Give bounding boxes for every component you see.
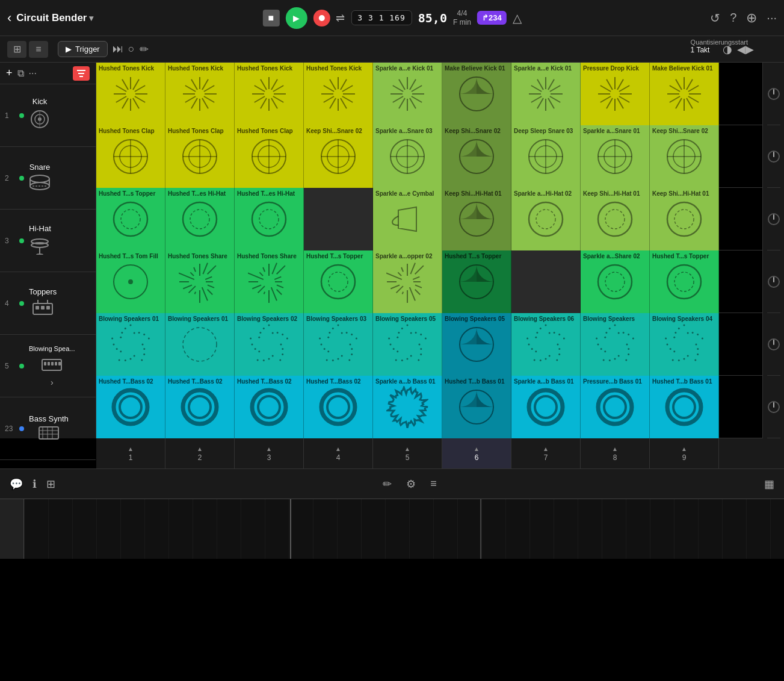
cell-r2-c4[interactable]: Sparkle a...e Cymbal: [373, 188, 442, 250]
cell-r2-c6[interactable]: Sparkle a...Hi-Hat 02: [511, 188, 581, 250]
cell-r2-c3[interactable]: [304, 188, 373, 250]
cell-r5-c7[interactable]: Pressure...b Bass 01: [581, 376, 650, 438]
stop-button[interactable]: ■: [262, 10, 279, 26]
cell-r0-c3[interactable]: Hushed Tones Kick: [304, 63, 373, 125]
track-item-snare[interactable]: 2 Snare: [0, 147, 96, 210]
track-item-blowing[interactable]: 5 Blowing Spea... ›: [0, 335, 96, 397]
section-badge[interactable]: ↱234: [477, 11, 507, 25]
right-ctrl-row-5[interactable]: [767, 376, 780, 438]
right-ctrl-row-3[interactable]: [767, 250, 780, 313]
play-button[interactable]: ▶: [285, 7, 307, 29]
mixer-icon[interactable]: ≡: [430, 477, 437, 490]
track-expand-icon[interactable]: ›: [51, 378, 54, 387]
cell-r3-c6[interactable]: [511, 250, 581, 313]
cell-r3-c0[interactable]: Hushed T...s Tom Fill: [96, 250, 165, 313]
cell-r4-c6[interactable]: Blowing Speakers 06: [511, 313, 581, 376]
filter-active-button[interactable]: [73, 66, 90, 81]
cell-r3-c3[interactable]: Hushed T...s Topper: [304, 250, 373, 313]
cell-r1-c5[interactable]: Keep Shi...Snare 02: [442, 125, 511, 188]
track-item-hihat[interactable]: 3 Hi-Hat: [0, 210, 96, 272]
cell-r1-c1[interactable]: Hushed Tones Clap: [165, 125, 235, 188]
cell-r2-c0[interactable]: Hushed T...s Topper: [96, 188, 165, 250]
list-view-button[interactable]: ≡: [29, 41, 48, 58]
brightness-icon[interactable]: ◑: [723, 43, 732, 56]
piano-icon[interactable]: ▦: [764, 477, 774, 491]
cell-r5-c1[interactable]: Hushed T...Bass 02: [165, 376, 235, 438]
col-num-7[interactable]: ▲ 7: [511, 438, 581, 468]
cell-r2-c8[interactable]: Keep Shi...Hi-Hat 01: [650, 188, 719, 250]
cell-r0-c5[interactable]: Make Believe Kick 01: [442, 63, 511, 125]
speech-bubble-icon[interactable]: 💬: [10, 477, 23, 491]
cell-r2-c2[interactable]: Hushed T...es Hi-Hat: [235, 188, 304, 250]
track-item-kick[interactable]: 1 Kick: [0, 84, 96, 147]
cell-r4-c8[interactable]: Blowing Speakers 04: [650, 313, 719, 376]
cell-r1-c6[interactable]: Deep Sleep Snare 03: [511, 125, 581, 188]
settings-icon[interactable]: ⚙: [406, 477, 416, 491]
layout-icon[interactable]: ⊞: [46, 477, 55, 491]
cell-r1-c3[interactable]: Keep Shi...Snare 02: [304, 125, 373, 188]
col-num-4[interactable]: ▲ 4: [304, 438, 373, 468]
col-num-3[interactable]: ▲ 3: [235, 438, 304, 468]
playhead-forward-button[interactable]: ⏭: [113, 43, 123, 56]
cell-r5-c4[interactable]: Sparkle a...b Bass 01: [373, 376, 442, 438]
cell-r4-c5[interactable]: Blowing Speakers 05: [442, 313, 511, 376]
cell-r5-c8[interactable]: Hushed T...b Bass 01: [650, 376, 719, 438]
history-button[interactable]: ↺: [710, 11, 720, 25]
col-num-5[interactable]: ▲ 5: [373, 438, 442, 468]
right-ctrl-row-0[interactable]: [767, 63, 780, 125]
more-track-options-button[interactable]: ···: [29, 68, 37, 79]
cell-r5-c5[interactable]: Hushed T...b Bass 01: [442, 376, 511, 438]
pencil-icon[interactable]: ✏: [383, 477, 392, 491]
cell-r0-c1[interactable]: Hushed Tones Kick: [165, 63, 235, 125]
project-name[interactable]: Circuit Bender ▾: [16, 12, 93, 24]
cell-r3-c8[interactable]: Hushed T...s Topper: [650, 250, 719, 313]
metronome-button[interactable]: △: [513, 11, 522, 25]
copy-track-button[interactable]: ⧉: [17, 68, 24, 79]
cell-r1-c7[interactable]: Sparkle a...Snare 01: [581, 125, 650, 188]
cell-r5-c0[interactable]: Hushed T...Bass 02: [96, 376, 165, 438]
cell-r5-c6[interactable]: Sparkle a...b Bass 01: [511, 376, 581, 438]
cell-r0-c8[interactable]: Make Believe Kick 01: [650, 63, 719, 125]
add-track-button[interactable]: +: [6, 67, 13, 79]
cell-r4-c1[interactable]: Blowing Speakers 01: [165, 313, 235, 376]
cell-r3-c2[interactable]: Hushed Tones Share: [235, 250, 304, 313]
cell-r4-c2[interactable]: Blowing Speakers 02: [235, 313, 304, 376]
track-item-bass-synth[interactable]: 23 Bass Synth: [0, 397, 96, 460]
col-num-8[interactable]: ▲ 8: [581, 438, 650, 468]
cell-r4-c4[interactable]: Blowing Speakers 05: [373, 313, 442, 376]
cell-r3-c5[interactable]: Hushed T...s Topper: [442, 250, 511, 313]
more-options-button[interactable]: ···: [767, 11, 777, 25]
cell-r1-c2[interactable]: Hushed Tones Clap: [235, 125, 304, 188]
cell-r4-c7[interactable]: Blowing Speakers: [581, 313, 650, 376]
cell-r2-c5[interactable]: Keep Shi...Hi-Hat 01: [442, 188, 511, 250]
cell-r3-c1[interactable]: Hushed Tones Share: [165, 250, 235, 313]
col-num-2[interactable]: ▲ 2: [165, 438, 235, 468]
cell-r1-c8[interactable]: Keep Shi...Snare 02: [650, 125, 719, 188]
cell-r0-c0[interactable]: Hushed Tones Kick: [96, 63, 165, 125]
playhead-circle-button[interactable]: ○: [128, 43, 135, 56]
cell-r4-c3[interactable]: Blowing Speakers 03: [304, 313, 373, 376]
volume-icon[interactable]: ◀▶: [737, 43, 754, 56]
cell-r1-c4[interactable]: Sparkle a...Snare 03: [373, 125, 442, 188]
cell-r3-c4[interactable]: Sparkle a...opper 02: [373, 250, 442, 313]
cell-r3-c7[interactable]: Sparkle a...Share 02: [581, 250, 650, 313]
cell-r0-c4[interactable]: Sparkle a...e Kick 01: [373, 63, 442, 125]
help-button[interactable]: ?: [730, 11, 736, 25]
trigger-button[interactable]: ▶ Trigger: [58, 41, 108, 57]
col-num-9[interactable]: ▲ 9: [650, 438, 719, 468]
cell-r5-c2[interactable]: Hushed T...Bass 02: [235, 376, 304, 438]
track-item-toppers[interactable]: 4 Toppers: [0, 272, 96, 335]
col-num-6[interactable]: ▲ 6: [442, 438, 511, 468]
cell-r0-c2[interactable]: Hushed Tones Kick: [235, 63, 304, 125]
cell-r5-c3[interactable]: Hushed T...Bass 02: [304, 376, 373, 438]
col-num-1[interactable]: ▲ 1: [96, 438, 165, 468]
playhead-pen-button[interactable]: ✏: [140, 43, 149, 56]
cell-r0-c6[interactable]: Sparkle a...e Kick 01: [511, 63, 581, 125]
back-button[interactable]: ‹: [7, 10, 11, 26]
cell-r4-c0[interactable]: Blowing Speakers 01: [96, 313, 165, 376]
loop-button[interactable]: ⇌: [336, 11, 345, 25]
cell-r0-c7[interactable]: Pressure Drop Kick: [581, 63, 650, 125]
piano-grid[interactable]: [24, 499, 784, 559]
record-button[interactable]: [313, 10, 330, 26]
right-ctrl-row-1[interactable]: [767, 125, 780, 188]
